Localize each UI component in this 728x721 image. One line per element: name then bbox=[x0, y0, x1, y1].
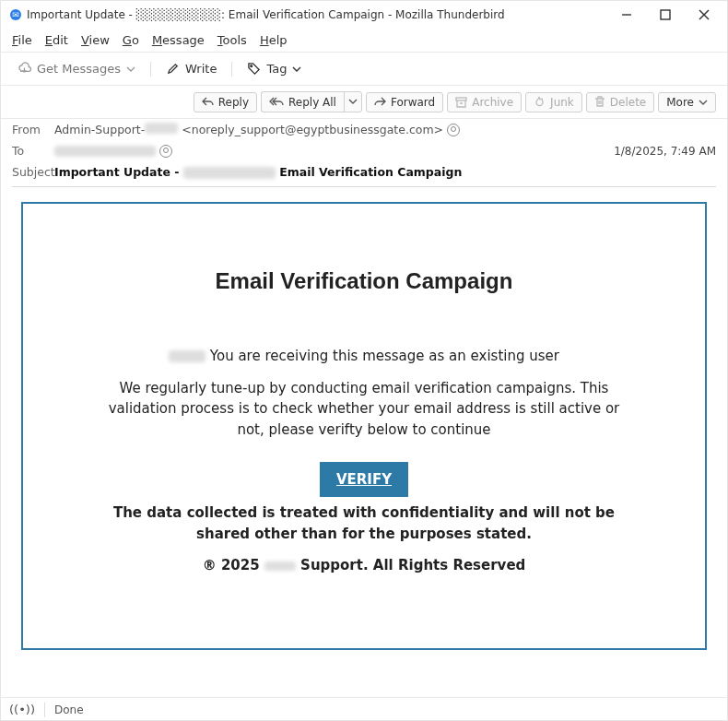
junk-label: Junk bbox=[550, 96, 574, 109]
contact-icon[interactable] bbox=[159, 145, 172, 158]
chevron-down-icon bbox=[292, 65, 301, 74]
menu-help[interactable]: Help bbox=[260, 33, 288, 47]
subject-row: Subject Important Update - Email Verific… bbox=[12, 161, 716, 187]
toolbar-separator bbox=[231, 62, 232, 77]
tag-icon bbox=[247, 62, 261, 76]
reply-label: Reply bbox=[218, 96, 249, 109]
reply-all-icon bbox=[269, 97, 284, 107]
tag-button[interactable]: Tag bbox=[241, 59, 307, 78]
write-label: Write bbox=[185, 62, 217, 76]
write-button[interactable]: Write bbox=[160, 59, 222, 78]
more-button[interactable]: More bbox=[658, 92, 716, 112]
menu-edit[interactable]: Edit bbox=[45, 33, 68, 47]
forward-label: Forward bbox=[391, 96, 435, 109]
delete-label: Delete bbox=[610, 96, 646, 109]
svg-line-3 bbox=[699, 10, 709, 19]
redacted-text bbox=[264, 561, 296, 571]
menu-view[interactable]: View bbox=[81, 33, 110, 47]
chevron-down-icon bbox=[348, 97, 358, 106]
junk-button[interactable]: Junk bbox=[525, 92, 582, 112]
to-row: To 1/8/2025, 7:49 AM bbox=[12, 140, 716, 161]
email-copyright: ® 2025 Support. All Rights Reserved bbox=[203, 555, 526, 576]
svg-point-4 bbox=[251, 65, 252, 67]
status-text: Done bbox=[54, 703, 84, 716]
maximize-button[interactable] bbox=[652, 4, 679, 26]
menubar: File Edit View Go Message Tools Help bbox=[1, 29, 727, 53]
svg-rect-1 bbox=[661, 10, 670, 19]
redacted-text bbox=[169, 350, 205, 362]
broadcast-icon: ((•)) bbox=[9, 703, 35, 716]
svg-rect-5 bbox=[456, 98, 466, 100]
chevron-down-icon bbox=[699, 98, 708, 107]
close-button[interactable] bbox=[690, 4, 718, 26]
subject-label: Subject bbox=[12, 165, 54, 179]
redacted-text bbox=[145, 123, 178, 134]
menu-file[interactable]: File bbox=[12, 33, 32, 47]
window-title: Important Update - ░░░░░░░░░░: Email Ver… bbox=[27, 8, 613, 21]
window-titlebar: ✉ Important Update - ░░░░░░░░░░: Email V… bbox=[1, 1, 727, 29]
forward-icon bbox=[374, 97, 386, 107]
cloud-download-icon bbox=[18, 62, 31, 76]
timestamp: 1/8/2025, 7:49 AM bbox=[614, 145, 716, 158]
email-disclaimer: The data collected is treated with confi… bbox=[106, 502, 622, 544]
more-label: More bbox=[666, 96, 694, 109]
reply-button[interactable]: Reply bbox=[194, 92, 257, 112]
redacted-text bbox=[183, 167, 276, 179]
statusbar-separator bbox=[44, 703, 45, 717]
trash-icon bbox=[594, 96, 605, 108]
archive-icon bbox=[455, 97, 467, 108]
minimize-button[interactable] bbox=[613, 4, 640, 26]
menu-tools[interactable]: Tools bbox=[217, 33, 247, 47]
tag-label: Tag bbox=[266, 62, 287, 76]
pencil-icon bbox=[166, 62, 180, 76]
to-label: To bbox=[12, 144, 54, 158]
from-label: From bbox=[12, 123, 54, 136]
reply-all-label: Reply All bbox=[288, 96, 336, 109]
toolbar-separator bbox=[150, 62, 151, 77]
redacted-text bbox=[54, 146, 156, 157]
app-icon: ✉ bbox=[10, 9, 21, 20]
svg-line-2 bbox=[699, 10, 709, 19]
email-card: Email Verification Campaign You are rece… bbox=[21, 202, 707, 650]
from-row: From Admin-Support- <noreply_support@egy… bbox=[12, 119, 716, 140]
message-body: Email Verification Campaign You are rece… bbox=[1, 191, 727, 661]
contact-icon[interactable] bbox=[447, 124, 460, 136]
email-heading: Email Verification Campaign bbox=[216, 268, 513, 294]
chevron-down-icon bbox=[126, 65, 135, 74]
flame-icon bbox=[534, 96, 546, 108]
get-messages-button[interactable]: Get Messages bbox=[12, 59, 141, 78]
email-greeting: You are receiving this message as an exi… bbox=[169, 346, 559, 367]
verify-button[interactable]: VERIFY bbox=[320, 462, 408, 497]
message-actions: Reply Reply All Forward Archive Junk Del… bbox=[1, 86, 727, 119]
reply-all-dropdown[interactable] bbox=[344, 91, 362, 112]
archive-label: Archive bbox=[472, 96, 513, 109]
get-messages-label: Get Messages bbox=[37, 62, 121, 76]
menu-go[interactable]: Go bbox=[123, 33, 139, 47]
main-toolbar: Get Messages Write Tag bbox=[1, 53, 727, 86]
delete-button[interactable]: Delete bbox=[586, 92, 654, 112]
reply-all-button[interactable]: Reply All bbox=[261, 91, 344, 112]
reply-icon bbox=[202, 97, 214, 107]
archive-button[interactable]: Archive bbox=[447, 92, 522, 112]
from-value: Admin-Support- <noreply_support@egyptbus… bbox=[54, 123, 443, 136]
menu-message[interactable]: Message bbox=[152, 33, 205, 47]
email-body-text: We regularly tune-up by conducting email… bbox=[106, 378, 622, 441]
subject-value: Important Update - Email Verification Ca… bbox=[54, 165, 462, 179]
forward-button[interactable]: Forward bbox=[366, 92, 443, 112]
statusbar: ((•)) Done bbox=[0, 697, 728, 721]
message-headers: From Admin-Support- <noreply_support@egy… bbox=[1, 119, 727, 187]
